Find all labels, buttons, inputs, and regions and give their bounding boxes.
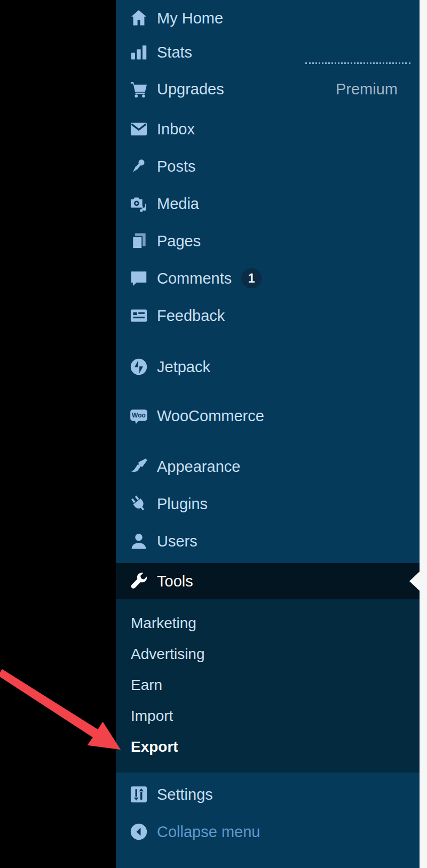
woocommerce-icon: Woo: [129, 406, 149, 426]
sidebar-item-label: Upgrades: [157, 81, 224, 98]
sidebar-item-appearance[interactable]: Appearance: [116, 448, 420, 485]
plugin-icon: [129, 494, 149, 514]
sidebar-item-tools[interactable]: Tools: [116, 563, 420, 599]
camera-icon: [129, 194, 149, 214]
collapse-menu-label: Collapse menu: [157, 823, 260, 841]
submenu-label: Earn: [131, 677, 162, 694]
settings-icon: [129, 784, 149, 805]
sidebar-item-feedback[interactable]: Feedback: [116, 298, 420, 334]
stats-icon: [129, 42, 149, 62]
sidebar-item-label: Stats: [157, 44, 192, 61]
submenu-label: Marketing: [131, 615, 196, 632]
collapse-icon: [129, 822, 149, 842]
sidebar-item-label: Appearance: [157, 458, 240, 476]
sidebar-item-label: Jetpack: [157, 358, 210, 376]
comment-icon: [129, 268, 149, 288]
sidebar-item-label: Pages: [157, 232, 201, 250]
sidebar-item-my-home[interactable]: My Home: [116, 0, 420, 36]
sidebar-item-stats[interactable]: Stats: [116, 34, 420, 70]
submenu-item-advertising[interactable]: Advertising: [116, 639, 420, 670]
pages-icon: [129, 231, 149, 251]
sidebar-item-label: Users: [157, 533, 197, 550]
submenu-item-marketing[interactable]: Marketing: [116, 608, 420, 639]
woo-logo-text: Woo: [132, 412, 146, 419]
sidebar-item-media[interactable]: Media: [116, 186, 420, 222]
brush-icon: [129, 456, 149, 477]
submenu-label: Import: [131, 708, 173, 725]
sidebar-item-comments[interactable]: Comments 1: [116, 260, 420, 296]
sidebar-item-label: Feedback: [157, 307, 225, 325]
sidebar-item-posts[interactable]: Posts: [116, 148, 420, 184]
sidebar-item-label: WooCommerce: [157, 407, 264, 425]
wrench-icon: [129, 571, 149, 591]
sidebar-item-pages[interactable]: Pages: [116, 223, 420, 259]
mail-icon: [129, 119, 149, 139]
sidebar-item-label: Tools: [157, 573, 193, 590]
sidebar-item-label: Inbox: [157, 120, 195, 138]
user-icon: [129, 531, 149, 551]
sidebar-item-label: My Home: [157, 10, 223, 27]
submenu-label: Advertising: [131, 646, 205, 663]
pushpin-icon: [129, 156, 149, 176]
sidebar-item-label: Media: [157, 195, 199, 213]
sidebar-item-label: Plugins: [157, 495, 208, 513]
premium-tag: Premium: [336, 81, 398, 98]
sidebar-item-label: Posts: [157, 158, 196, 175]
sidebar-item-upgrades[interactable]: Upgrades Premium: [116, 71, 420, 107]
sidebar-item-label: Comments: [157, 270, 232, 287]
admin-sidebar: My Home Stats Upgrades Premium Inbox Pos…: [116, 0, 420, 868]
content-area-edge: [420, 0, 427, 868]
home-icon: [129, 8, 149, 28]
sidebar-item-users[interactable]: Users: [116, 523, 420, 559]
cart-icon: [129, 79, 149, 99]
feedback-icon: [129, 306, 149, 326]
sidebar-item-woocommerce[interactable]: Woo WooCommerce: [116, 398, 420, 434]
comments-count-badge: 1: [241, 268, 262, 288]
sidebar-item-jetpack[interactable]: Jetpack: [116, 349, 420, 385]
sidebar-item-settings[interactable]: Settings: [116, 776, 420, 813]
jetpack-icon: [129, 357, 149, 377]
sidebar-item-label: Settings: [157, 786, 213, 803]
collapse-menu-button[interactable]: Collapse menu: [116, 813, 420, 850]
submenu-item-export[interactable]: Export: [116, 732, 420, 762]
submenu-item-earn[interactable]: Earn: [116, 670, 420, 701]
submenu-item-import[interactable]: Import: [116, 701, 420, 732]
tools-submenu: Marketing Advertising Earn Import Export: [116, 599, 420, 773]
sidebar-item-inbox[interactable]: Inbox: [116, 111, 420, 147]
sidebar-item-plugins[interactable]: Plugins: [116, 486, 420, 522]
active-menu-arrow: [409, 572, 420, 591]
submenu-label: Export: [131, 738, 178, 756]
